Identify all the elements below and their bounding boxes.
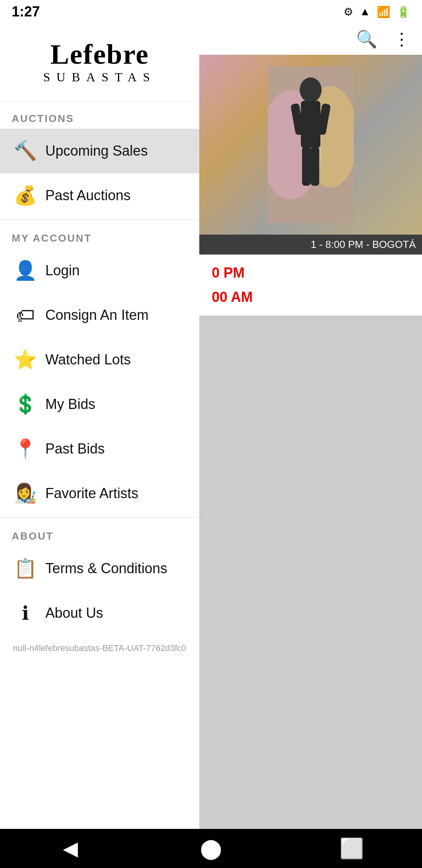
divider-2 [0,517,199,518]
back-button[interactable]: ◀ [47,833,94,864]
logo-sub: SUBASTAS [43,70,156,84]
signal-icon: 📶 [377,5,390,18]
divider-1 [0,219,199,220]
past-bids-label: Past Bids [45,441,105,457]
auction-image [199,55,422,235]
watched-lots-label: Watched Lots [45,352,131,368]
gear-icon: ⚙ [343,5,353,18]
section-label-auctions: AUCTIONS [0,102,199,129]
more-options-icon[interactable]: ⋮ [393,29,410,49]
drawer: Lefebre SUBASTAS AUCTIONS 🔨 Upcoming Sal… [0,23,199,868]
section-label-myaccount: MY ACCOUNT [0,221,199,248]
status-bar: 1:27 ⚙ ▲ 📶 🔋 [0,0,422,23]
document-icon: 📋 [12,555,39,582]
svg-rect-4 [301,101,320,148]
home-button[interactable]: ⬤ [188,833,234,864]
battery-icon: 🔋 [397,5,410,18]
menu-item-my-bids[interactable]: 💲 My Bids [0,382,199,427]
svg-rect-7 [302,147,311,186]
location-icon: 📍 [12,435,39,463]
search-icon[interactable]: 🔍 [356,29,377,49]
tag-icon: 🏷 [12,301,39,329]
auction-time-line2: 00 AM [206,285,416,309]
svg-rect-8 [311,147,319,186]
info-icon: ℹ [12,599,39,627]
status-time: 1:27 [12,4,40,20]
money-icon: 💰 [12,182,39,209]
status-icons: ⚙ ▲ 📶 🔋 [343,5,410,18]
wifi-icon: ▲ [359,5,370,18]
auction-image-svg [268,66,354,223]
logo-area: Lefebre SUBASTAS [0,23,199,102]
auction-time-line1: 0 PM [206,261,416,285]
consign-label: Consign An Item [45,307,148,323]
upcoming-sales-label: Upcoming Sales [45,143,148,159]
menu-item-consign[interactable]: 🏷 Consign An Item [0,293,199,337]
terms-label: Terms & Conditions [45,560,167,577]
menu-item-about-us[interactable]: ℹ About Us [0,591,199,635]
about-us-label: About Us [45,605,103,621]
menu-item-past-bids[interactable]: 📍 Past Bids [0,427,199,471]
favorite-artists-label: Favorite Artists [45,485,138,502]
logo-main: Lefebre [50,40,149,68]
past-auctions-label: Past Auctions [45,187,131,204]
nav-bar: ◀ ⬤ ⬜ [0,829,422,868]
artist-icon: 👩‍🎨 [12,480,39,507]
menu-item-watched-lots[interactable]: ⭐ Watched Lots [0,337,199,382]
login-label: Login [45,262,80,279]
menu-item-terms[interactable]: 📋 Terms & Conditions [0,546,199,591]
star-icon: ⭐ [12,346,39,373]
menu-item-past-auctions[interactable]: 💰 Past Auctions [0,173,199,218]
right-panel-header: 🔍 ⋮ [199,23,422,55]
svg-point-3 [300,77,322,102]
recent-apps-button[interactable]: ⬜ [328,833,375,864]
menu-item-upcoming-sales[interactable]: 🔨 Upcoming Sales [0,129,199,173]
section-label-about: ABOUT [0,519,199,546]
bid-icon: 💲 [12,391,39,418]
version-text: null-n4lefebresubastas-BETA-UAT-7762d3fc… [0,635,199,661]
my-bids-label: My Bids [45,396,95,412]
person-icon: 👤 [12,257,39,284]
menu-item-login[interactable]: 👤 Login [0,248,199,293]
auction-info-bar: 1 - 8:00 PM - BOGOTÁ [199,235,422,255]
menu-item-favorite-artists[interactable]: 👩‍🎨 Favorite Artists [0,471,199,516]
right-panel: 🔍 ⋮ 1 - 8:00 PM - BOGOTÁ 0 PM 00 AM [199,23,422,868]
hammer-icon: 🔨 [12,137,39,165]
